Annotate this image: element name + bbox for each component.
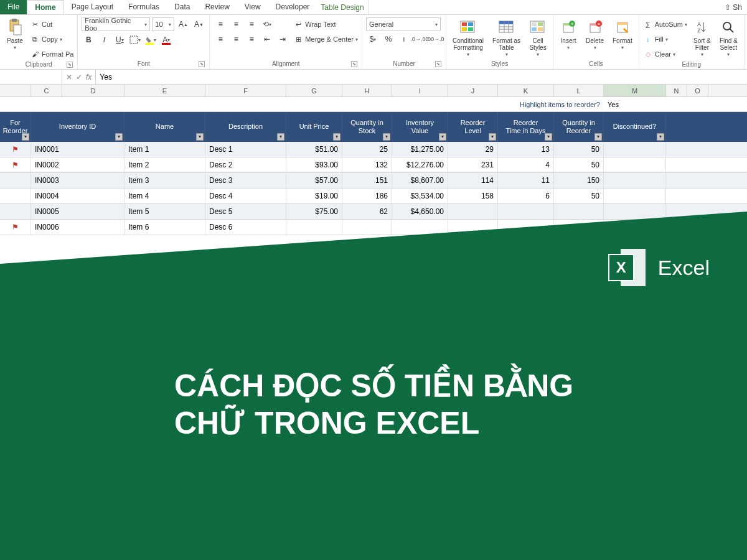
cancel-fx-button[interactable]: ✕ [66, 73, 72, 82]
accounting-format-button[interactable]: $▾ [366, 32, 380, 46]
bold-button[interactable]: B [82, 33, 95, 47]
cell-qty[interactable]: 151 [342, 173, 392, 188]
tab-file[interactable]: File [0, 0, 27, 14]
cell-name[interactable]: Item 3 [125, 173, 205, 188]
cell-name[interactable]: Item 6 [125, 220, 205, 235]
percent-button[interactable]: % [382, 32, 395, 46]
cell-disc[interactable] [604, 142, 666, 157]
cell-price[interactable] [286, 220, 342, 235]
th-unit-price[interactable]: Unit Price▾ [286, 112, 342, 142]
tab-view[interactable]: View [237, 0, 268, 14]
cell-rt[interactable] [498, 204, 554, 219]
th-discontinued[interactable]: Discontinued?▾ [604, 112, 666, 142]
cell-desc[interactable]: Desc 6 [205, 220, 286, 235]
tab-page-layout[interactable]: Page Layout [64, 0, 121, 14]
cell-qr[interactable]: 50 [554, 142, 604, 157]
col-header[interactable]: O [687, 85, 708, 96]
th-inventory-value[interactable]: Inventory Value▾ [392, 112, 448, 142]
format-button[interactable]: Format▾ [610, 17, 635, 52]
cell-disc[interactable] [604, 157, 666, 172]
col-header[interactable]: E [125, 85, 205, 96]
cell-name[interactable]: Item 4 [125, 189, 205, 203]
conditional-formatting-button[interactable]: Conditional Formatting▾ [450, 17, 486, 59]
cell-rt[interactable]: 6 [498, 189, 554, 203]
decrease-decimal-button[interactable]: .00→.0 [428, 32, 442, 46]
decrease-font-button[interactable]: A▼ [192, 17, 205, 31]
cell-name[interactable]: Item 2 [125, 157, 205, 172]
delete-button[interactable]: × Delete▾ [583, 17, 606, 52]
cell-id[interactable]: IN0002 [31, 157, 125, 172]
font-color-button[interactable]: A▾ [159, 33, 173, 47]
col-header[interactable]: G [286, 85, 342, 96]
cell-desc[interactable]: Desc 4 [205, 189, 286, 203]
find-select-button[interactable]: Find & Select▾ [717, 17, 740, 59]
align-center-button[interactable]: ≡ [229, 32, 243, 46]
cell-price[interactable]: $51.00 [286, 142, 342, 157]
cell-rt[interactable]: 4 [498, 157, 554, 172]
align-left-button[interactable]: ≡ [214, 32, 227, 46]
col-header[interactable]: F [205, 85, 286, 96]
underline-button[interactable]: U▾ [113, 33, 126, 47]
th-qty-stock[interactable]: Quantity in Stock▾ [342, 112, 392, 142]
tab-review[interactable]: Review [197, 0, 237, 14]
name-box[interactable] [0, 70, 62, 84]
tab-table-design[interactable]: Table Design [317, 0, 368, 14]
col-header[interactable]: K [498, 85, 554, 96]
dialog-launcher-icon[interactable]: ⬊ [67, 62, 73, 68]
cell-id[interactable]: IN0004 [31, 189, 125, 203]
merge-center-button[interactable]: ⊞Merge & Center▾ [293, 32, 358, 46]
format-painter-button[interactable]: 🖌Format Pa [30, 47, 73, 61]
cell-styles-button[interactable]: Cell Styles▾ [527, 17, 549, 59]
decrease-indent-button[interactable]: ⇤ [260, 32, 274, 46]
cell-value[interactable]: $3,534.00 [392, 189, 448, 203]
cell-name[interactable]: Item 1 [125, 142, 205, 157]
increase-indent-button[interactable]: ⇥ [276, 32, 289, 46]
increase-decimal-button[interactable]: .0→.00 [413, 32, 426, 46]
col-header[interactable]: J [448, 85, 498, 96]
filter-icon[interactable]: ▾ [545, 133, 552, 141]
fill-button[interactable]: ↓Fill▾ [643, 32, 687, 46]
th-description[interactable]: Description▾ [205, 112, 286, 142]
italic-button[interactable]: I [97, 33, 111, 47]
copy-button[interactable]: ⧉Copy▾ [30, 32, 73, 46]
sort-filter-button[interactable]: AZ Sort & Filter▾ [691, 17, 713, 59]
th-reorder-level[interactable]: Reorder Level▾ [448, 112, 498, 142]
dialog-launcher-icon[interactable]: ⬊ [435, 61, 441, 67]
th-inventory-id[interactable]: Inventory ID▾ [31, 112, 125, 142]
comma-button[interactable]: ı [397, 32, 411, 46]
number-format-select[interactable]: General▾ [366, 17, 441, 31]
cell-value[interactable]: $1,275.00 [392, 142, 448, 157]
format-as-table-button[interactable]: Format as Table▾ [490, 17, 523, 59]
fx-button[interactable]: fx [86, 73, 92, 82]
cell-price[interactable]: $93.00 [286, 157, 342, 172]
col-header[interactable]: L [554, 85, 604, 96]
cell-qr[interactable]: 150 [554, 173, 604, 188]
cell-desc[interactable]: Desc 3 [205, 173, 286, 188]
cell-disc[interactable] [604, 173, 666, 188]
tab-data[interactable]: Data [167, 0, 197, 14]
insert-button[interactable]: + Insert▾ [557, 17, 580, 52]
filter-icon[interactable]: ▾ [333, 133, 341, 141]
cell-disc[interactable] [604, 204, 666, 219]
formula-input[interactable]: Yes [96, 73, 747, 82]
cell-price[interactable]: $57.00 [286, 173, 342, 188]
th-reorder-time[interactable]: Reorder Time in Days▾ [498, 112, 554, 142]
cell-rl[interactable]: 231 [448, 157, 498, 172]
th-name[interactable]: Name▾ [125, 112, 205, 142]
filter-icon[interactable]: ▾ [439, 133, 446, 141]
cell-qty[interactable]: 132 [342, 157, 392, 172]
enter-fx-button[interactable]: ✓ [76, 73, 82, 82]
cell-value[interactable] [392, 220, 448, 235]
fill-color-button[interactable]: ▾ [144, 33, 157, 47]
tab-developer[interactable]: Developer [268, 0, 317, 14]
filter-icon[interactable]: ▾ [594, 133, 602, 141]
cell-rl[interactable]: 29 [448, 142, 498, 157]
cell-rt[interactable]: 13 [498, 142, 554, 157]
cell-rt[interactable]: 11 [498, 173, 554, 188]
cell-desc[interactable]: Desc 5 [205, 204, 286, 219]
cut-button[interactable]: ✂Cut [30, 17, 73, 31]
table-row[interactable]: ⚑IN0001Item 1Desc 1$51.0025$1,275.002913… [0, 142, 747, 157]
cell-rl[interactable] [448, 204, 498, 219]
dialog-launcher-icon[interactable]: ⬊ [351, 61, 357, 67]
dialog-launcher-icon[interactable]: ⬊ [199, 61, 205, 67]
